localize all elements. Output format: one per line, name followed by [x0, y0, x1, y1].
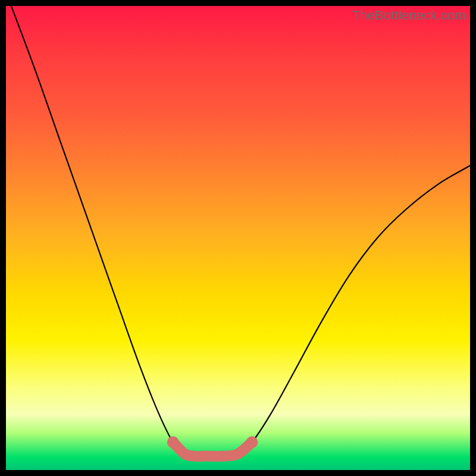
- feasible-band: [173, 442, 252, 456]
- chart-plot-area: [6, 6, 470, 470]
- chart-frame: TheBottleneck.com: [0, 0, 476, 476]
- bottleneck-curve-svg: [6, 6, 470, 470]
- feasible-band-endpoint-left: [167, 436, 179, 448]
- bottleneck-curve: [6, 6, 470, 456]
- watermark-text: TheBottleneck.com: [352, 8, 466, 23]
- feasible-band-endpoint-right: [246, 436, 258, 448]
